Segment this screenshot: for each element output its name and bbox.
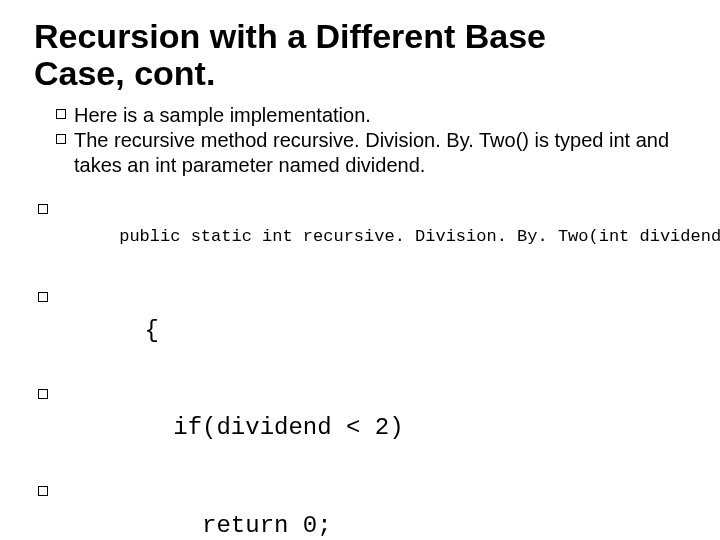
square-bullet-icon	[38, 486, 48, 496]
code-line-3: if(dividend < 2)	[34, 380, 690, 477]
title-line-2: Case, cont.	[34, 55, 215, 92]
code-text: if(dividend < 2)	[144, 414, 403, 441]
bullet-1-lead: Here	[74, 104, 117, 126]
bullet-2-rest: recursive method recursive. Division. By…	[74, 129, 669, 176]
square-bullet-icon	[38, 292, 48, 302]
code-text: return 0;	[144, 512, 331, 539]
slide: Recursion with a Different Base Case, co…	[0, 0, 720, 540]
code-line-2: {	[34, 283, 690, 380]
bullet-2-lead: The	[74, 129, 108, 151]
square-bullet-icon	[56, 134, 66, 144]
code-line-1: public static int recursive. Division. B…	[34, 198, 690, 277]
code-text: public static int recursive. Division. B…	[119, 227, 720, 246]
bullet-1: Here is a sample implementation.	[56, 103, 690, 128]
body-text: Here is a sample implementation. The rec…	[34, 103, 690, 178]
square-bullet-icon	[56, 109, 66, 119]
code-text: {	[144, 317, 158, 344]
square-bullet-icon	[38, 389, 48, 399]
slide-title: Recursion with a Different Base Case, co…	[34, 18, 690, 93]
square-bullet-icon	[38, 204, 48, 214]
code-block: public static int recursive. Division. B…	[34, 198, 690, 540]
code-line-4: return 0;	[34, 477, 690, 540]
bullet-2: The recursive method recursive. Division…	[56, 128, 690, 178]
title-line-1: Recursion with a Different Base	[34, 18, 546, 55]
bullet-1-rest: is a sample implementation.	[117, 104, 370, 126]
